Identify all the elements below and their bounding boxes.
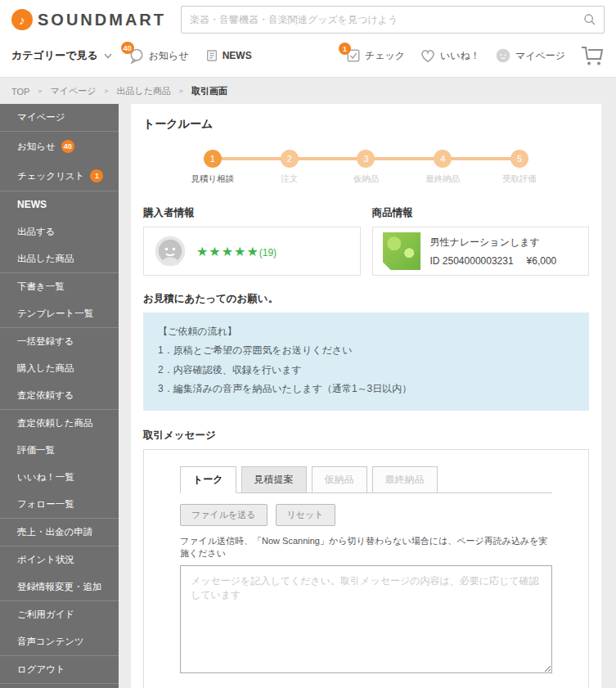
- breadcrumb-listed-products[interactable]: 出品した商品: [116, 85, 171, 97]
- sidebar-item-reviews[interactable]: 評価一覧: [0, 437, 119, 464]
- cart-button[interactable]: [580, 44, 605, 67]
- reset-button[interactable]: リセット: [276, 504, 335, 526]
- sidebar-item-bulk-register[interactable]: 一括登録する: [0, 328, 119, 355]
- notice-count-badge: 40: [121, 42, 134, 54]
- step-estimate-consult: 1 見積り相談: [174, 150, 251, 185]
- news-document-icon: [205, 49, 218, 62]
- sidebar-item-mypage[interactable]: マイページ: [0, 104, 119, 131]
- step-receive-review: 5 受取評価: [481, 150, 558, 185]
- breadcrumb: TOP ＞ マイページ ＞ 出品した商品 ＞ 取引画面: [0, 78, 616, 104]
- brand-name: SOUNDMART: [38, 11, 166, 29]
- sidebar-item-request-appraisal[interactable]: 査定依頼する: [0, 382, 119, 409]
- step-final-delivery: 4 最終納品: [404, 150, 481, 185]
- request-heading: お見積にあたってのお願い。: [143, 292, 589, 306]
- cart-icon: [580, 44, 605, 67]
- avatar-icon: [495, 47, 511, 64]
- sidebar-item-sales-withdrawal[interactable]: 売上・出金の申請: [0, 519, 119, 546]
- sidebar-item-checklist[interactable]: チェックリスト1: [0, 161, 119, 191]
- sidebar-item-guide[interactable]: ご利用ガイド: [0, 601, 119, 628]
- sidebar-item-appraisal-requested[interactable]: 査定依頼した商品: [0, 410, 119, 437]
- sidebar-item-drafts[interactable]: 下書き一覧: [0, 273, 119, 300]
- check-count-badge: 1: [339, 43, 351, 55]
- chevron-down-icon: [104, 53, 112, 59]
- header-nav: カテゴリーで見る 40 お知らせ NEWS: [11, 44, 605, 67]
- heart-icon: [420, 48, 436, 63]
- breadcrumb-current-page: 取引画面: [191, 85, 227, 97]
- check-nav-item[interactable]: 1 チェック: [346, 48, 405, 63]
- sidebar-item-likes[interactable]: いいね！一覧: [0, 464, 119, 491]
- sidebar-item-templates[interactable]: テンプレート一覧: [0, 300, 119, 327]
- tab-provisional-delivery: 仮納品: [312, 466, 367, 493]
- buyer-avatar-icon[interactable]: [154, 235, 187, 268]
- request-flow-line: 1．原稿とご希望の雰囲気をお送りください: [158, 341, 574, 360]
- tab-talk[interactable]: トーク: [180, 466, 236, 493]
- sidebar-item-audio-contents[interactable]: 音声コンテンツ: [0, 628, 119, 655]
- sidebar-item-points[interactable]: ポイント状況: [0, 546, 119, 573]
- main-content: トークルーム 1 見積り相談 2 注文 3 仮納品 4 最終納品 5 受取評価: [131, 104, 601, 688]
- step-provisional-delivery: 3 仮納品: [328, 150, 405, 185]
- message-heading: 取引メッセージ: [143, 429, 589, 443]
- message-tabs: トーク 見積提案 仮納品 最終納品: [180, 466, 552, 493]
- message-textarea[interactable]: [180, 565, 552, 673]
- buyer-info-heading: 購入者情報: [143, 206, 361, 220]
- sidebar-item-follows[interactable]: フォロー一覧: [0, 491, 119, 518]
- sidebar-item-purchased-products[interactable]: 購入した商品: [0, 355, 119, 382]
- page-title: トークルーム: [143, 117, 589, 132]
- like-nav-item[interactable]: いいね！: [420, 48, 480, 63]
- sidebar-item-notice[interactable]: お知らせ40: [0, 132, 119, 161]
- search-input[interactable]: [181, 6, 605, 34]
- product-info-heading: 商品情報: [372, 206, 590, 220]
- rating-stars: ★★★★★: [196, 245, 259, 259]
- progress-steps: 1 見積り相談 2 注文 3 仮納品 4 最終納品 5 受取評価: [174, 150, 558, 185]
- breadcrumb-mypage[interactable]: マイページ: [50, 85, 96, 97]
- search-box: [181, 6, 605, 34]
- breadcrumb-top[interactable]: TOP: [11, 87, 29, 97]
- product-price: ¥6,000: [527, 255, 557, 267]
- site-header: ♪ SOUNDMART カテゴリーで見る: [0, 0, 616, 78]
- product-card: 男性ナレーションします ID 2504000003231 ¥6,000: [372, 227, 590, 276]
- rating-count: (19): [259, 247, 277, 259]
- product-title[interactable]: 男性ナレーションします: [430, 236, 557, 250]
- sidebar-item-account-info[interactable]: 登録情報変更・追加: [0, 573, 119, 600]
- request-flow-box: 【ご依頼の流れ】 1．原稿とご希望の雰囲気をお送りください 2．内容確認後、収録…: [143, 313, 589, 411]
- brand-logo[interactable]: ♪ SOUNDMART: [11, 9, 166, 30]
- tab-estimate-proposal[interactable]: 見積提案: [241, 466, 307, 493]
- sidebar-item-logout[interactable]: ログアウト: [0, 656, 119, 683]
- request-flow-line: 2．内容確認後、収録を行います: [158, 361, 574, 380]
- news-nav-item[interactable]: NEWS: [205, 49, 252, 62]
- file-upload-note: ファイル送信時、「Now Scanning」から切り替わらない場合には、ページ再…: [180, 535, 552, 560]
- step-order: 2 注文: [251, 150, 328, 185]
- sidebar: マイページ お知らせ40 チェックリスト1 NEWS 出品する 出品した商品 下…: [0, 104, 119, 688]
- request-flow-title: 【ご依頼の流れ】: [158, 322, 574, 341]
- sidebar-item-news[interactable]: NEWS: [0, 191, 119, 218]
- tab-final-delivery: 最終納品: [372, 466, 438, 493]
- message-panel: トーク 見積提案 仮納品 最終納品 ファイルを送る リセット ファイル送信時、「…: [143, 449, 589, 688]
- buyer-card: ★★★★★(19): [143, 227, 361, 276]
- mypage-nav-item[interactable]: マイページ: [495, 47, 565, 64]
- notice-count-badge: 40: [61, 140, 74, 153]
- notice-nav-item[interactable]: 40 お知らせ: [128, 47, 189, 64]
- product-id: ID 2504000003231: [430, 255, 514, 267]
- breadcrumb-separator: ＞: [178, 86, 185, 97]
- breadcrumb-separator: ＞: [102, 86, 110, 97]
- sidebar-item-listed-products[interactable]: 出品した商品: [0, 245, 119, 272]
- category-menu-button[interactable]: カテゴリーで見る: [11, 48, 112, 63]
- sidebar-item-sell[interactable]: 出品する: [0, 218, 119, 245]
- request-flow-line: 3．編集済みの音声を納品いたします（通常1～3日以内）: [158, 380, 574, 398]
- checklist-count-badge: 1: [90, 169, 103, 182]
- search-icon[interactable]: [583, 13, 596, 26]
- music-note-icon: ♪: [11, 9, 33, 30]
- product-thumbnail[interactable]: [383, 232, 420, 270]
- send-file-button[interactable]: ファイルを送る: [180, 504, 268, 526]
- breadcrumb-separator: ＞: [36, 86, 43, 97]
